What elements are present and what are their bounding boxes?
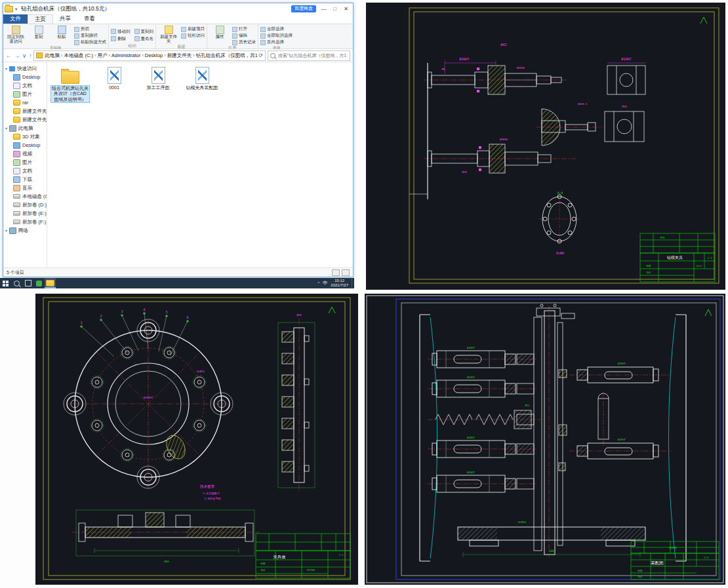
pin-to-quick-access-button[interactable]: 固定到快速访问 [5,25,26,44]
edit-button[interactable]: 编辑 [232,33,256,39]
sidebar-item[interactable]: 图片 [3,158,47,167]
start-button[interactable] [0,278,11,288]
sidebar-item-icon [13,194,20,199]
copy-button[interactable]: 复制 [28,25,49,39]
sidebar-item[interactable]: 音乐 [3,184,47,192]
select-all-button[interactable]: 全部选择 [260,26,293,32]
window-system-icon [5,6,13,12]
sidebar-item[interactable]: 新建文件夹 [3,107,47,115]
up-button[interactable]: ↑ [29,52,31,59]
delete-button[interactable]: 删除 [111,36,131,42]
taskbar-clock[interactable]: 15:12 2021/7/27 [331,279,348,287]
view-thumbnails-icon[interactable] [342,269,350,276]
ribbon-group-clipboard: 固定到快速访问 复制 粘贴 剪切 复制路径 [3,24,108,49]
quick-access-toolbar[interactable]: ▾ [15,7,17,12]
refresh-icon[interactable]: ⟳ [258,52,263,58]
sidebar-item[interactable]: rar [3,98,47,107]
taskbar-app-button[interactable] [33,278,45,288]
open-button[interactable]: 打开 [232,26,256,32]
breadcrumb-item[interactable]: 钻孔组合机床（仅图纸，共10.5元）› [196,52,258,59]
file-icon [195,67,209,84]
copy-to-button[interactable]: 复制到 [134,29,154,35]
title-block [256,534,350,578]
taskbar-search-button[interactable] [11,278,22,288]
sidebar-item[interactable]: 新加卷 (D:) [3,201,47,209]
sidebar-item[interactable]: 文档 [3,81,47,90]
paste-shortcut-button[interactable]: 粘贴快捷方式 [74,39,106,45]
easy-access-button[interactable]: 轻松访问 [181,33,205,39]
file-item[interactable]: 加工工序图 [138,67,178,103]
sidebar-item-icon [13,117,20,123]
cut-button[interactable]: 剪切 [74,26,106,32]
breadcrumb-item[interactable]: Desktop› [145,52,167,59]
file-item[interactable]: 0001 [94,67,134,103]
task-view-button[interactable] [22,278,33,288]
left-spindle-unit-2 [428,380,536,397]
minimize-button[interactable]: — [318,4,329,14]
cad-drawing-drill-jig-svg: Ø30H7Ø42M8Ø25k6Ø18H7M10Ø30k6Ø3560±0.18×Ø… [366,3,725,290]
address-bar[interactable]: 此电脑›本地磁盘 (C:)›用户›Administrator›Desktop›新… [33,50,266,61]
ribbon-tab[interactable]: 文件 [3,14,28,24]
search-box[interactable] [268,50,350,61]
select-none-button[interactable]: 全部取消选择 [260,33,293,39]
sidebar-item[interactable]: 图片 [3,90,47,98]
close-button[interactable]: ✕ [340,4,352,14]
forward-button[interactable]: → [14,52,20,59]
sidebar-item[interactable]: 本地磁盘 (C:) [3,192,47,201]
invert-selection-button[interactable]: 反向选择 [260,39,293,45]
ime-indicator[interactable]: 中 [323,280,327,286]
sidebar-item[interactable]: 新加卷 (F:) [3,218,47,226]
sidebar-item[interactable]: 下载 [3,175,47,184]
sidebar-item[interactable]: 新建文件夹 (2) [3,115,47,124]
new-item-button[interactable]: 新建项目 [181,26,205,32]
sidebar-item[interactable]: 新加卷 (E:) [3,209,47,218]
new-folder-button[interactable]: 新建文件夹 [158,25,179,44]
cad-annotation-text: 1 [80,321,82,324]
maximize-button[interactable]: □ [329,4,340,14]
cad-annotation-text: Ø25H7 [618,438,626,441]
show-desktop-button[interactable] [352,278,354,288]
qat-menu-icon[interactable]: ▾ [15,7,17,12]
rename-button[interactable]: 重命名 [134,36,154,42]
back-button[interactable]: ← [6,52,12,59]
ribbon-tab[interactable]: 主页 [28,14,53,24]
netdisk-button[interactable]: 百度网盘 [291,5,316,12]
sidebar-item[interactable]: 3D 对象 [3,132,47,141]
address-bar-row: ← → ∨ ↑ 此电脑›本地磁盘 (C:)›用户›Administrator›D… [3,49,353,62]
sidebar-item[interactable]: 此电脑 [3,124,47,132]
recent-locations-dropdown[interactable]: ∨ [22,52,26,59]
properties-button[interactable]: 属性 [209,25,230,39]
sidebar-item[interactable]: 网络 [3,226,47,235]
breadcrumb-item[interactable]: Administrator› [111,52,145,59]
sidebar-item[interactable]: Desktop [3,73,47,81]
ribbon-tab[interactable]: 共享 [53,14,77,24]
copy-path-button[interactable]: 复制路径 [74,33,106,39]
cad-drawing-assembly-svg: Ø20H7Ø20H7M12Ø25H7Ø25H7Ø20H7Ø20H78×M1056… [365,294,725,585]
right-machine-bracket [669,315,687,561]
sidebar-item[interactable]: 快速访问 [3,64,47,73]
history-button[interactable]: 历史记录 [232,39,256,45]
breadcrumb-item[interactable]: 新建文件夹› [167,52,196,59]
sidebar-item-icon [9,125,16,132]
move-to-button[interactable]: 移动到 [111,29,131,35]
sidebar-item[interactable]: 文档 [3,167,47,175]
cad-annotation-text: 8×M10 [518,520,527,524]
copy-icon [35,26,43,34]
breadcrumb-item[interactable]: 此电脑› [45,52,64,59]
upper-right-bearing-housing [607,63,645,94]
sidebar-item[interactable]: Desktop [3,141,47,149]
breadcrumb-item[interactable]: 用户› [98,52,112,59]
paste-button[interactable]: 粘贴 [51,25,72,39]
taskbar-file-explorer-button[interactable] [45,278,56,288]
ribbon-tab[interactable]: 查看 [77,14,102,24]
tray-expand-icon[interactable]: ^ [317,281,319,285]
file-item[interactable]: 钻模夹具装配图 [182,67,222,103]
view-details-icon[interactable] [332,269,340,276]
breadcrumb-item[interactable]: 本地磁盘 (C:)› [64,52,97,59]
file-name: 钻模夹具装配图 [186,85,219,90]
file-item[interactable]: 组合式机床钻孔夹具设计（含CAD图纸及说明书） [51,67,90,103]
file-name: 组合式机床钻孔夹具设计（含CAD图纸及说明书） [51,85,90,103]
search-input[interactable] [277,52,348,58]
sidebar-item[interactable]: 视频 [3,149,47,158]
cad-annotation-text: Ø20H7 [467,471,475,474]
